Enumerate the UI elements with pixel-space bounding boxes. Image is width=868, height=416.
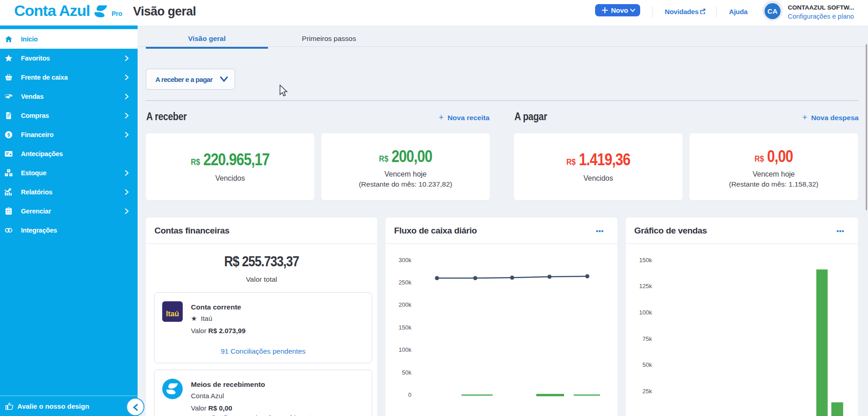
svg-text:250k: 250k	[399, 279, 412, 286]
svg-text:$: $	[7, 132, 10, 137]
svg-text:200k: 200k	[399, 301, 412, 308]
svg-text:100k: 100k	[399, 346, 412, 353]
svg-text:50k: 50k	[402, 369, 411, 376]
svg-text:50k: 50k	[642, 361, 652, 368]
svg-text:100k: 100k	[639, 309, 652, 316]
svg-text:75k: 75k	[642, 335, 652, 342]
svg-text:0: 0	[408, 391, 411, 398]
svg-text:25k: 25k	[642, 388, 652, 395]
svg-text:150k: 150k	[639, 257, 652, 264]
svg-text:125k: 125k	[639, 283, 652, 289]
svg-text:150k: 150k	[399, 324, 412, 331]
svg-text:300k: 300k	[399, 257, 412, 264]
